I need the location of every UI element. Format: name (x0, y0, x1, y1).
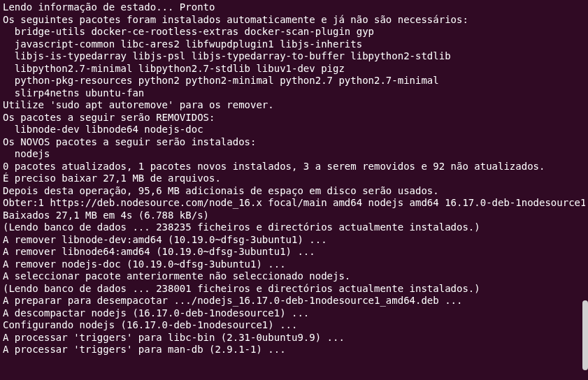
terminal-line: bridge-utils docker-ce-rootless-extras d… (3, 26, 585, 38)
terminal-line: python-pkg-resources python2 python2-min… (3, 75, 585, 87)
terminal-line: A seleccionar pacote anteriormente não s… (3, 270, 585, 283)
terminal-line: Os NOVOS pacotes a seguir serão instalad… (3, 136, 585, 149)
terminal-line: slirp4netns ubuntu-fan (3, 87, 585, 100)
scrollbar-track[interactable] (581, 0, 588, 380)
terminal-line: Utilize 'sudo apt autoremove' para os re… (3, 99, 585, 112)
terminal-line: libnode-dev libnode64 nodejs-doc (3, 124, 585, 136)
terminal-line: Obter:1 https://deb.nodesource.com/node_… (3, 197, 585, 210)
terminal-line: 0 pacotes atualizados, 1 pacotes novos i… (3, 161, 585, 173)
terminal-line: nodejs (3, 148, 585, 161)
terminal-line: libpython2.7-minimal libpython2.7-stdlib… (3, 63, 585, 75)
terminal-line: libjs-is-typedarray libjs-psl libjs-type… (3, 50, 585, 63)
scrollbar-thumb[interactable] (582, 300, 588, 370)
terminal-line: (Lendo banco de dados ... 238235 ficheir… (3, 221, 585, 234)
terminal-line: (Lendo banco de dados ... 238001 ficheir… (3, 283, 585, 295)
terminal-line: A remover nodejs-doc (10.19.0~dfsg-3ubun… (3, 258, 585, 271)
terminal-line: Os seguintes pacotes foram instalados au… (3, 14, 585, 27)
terminal-line: A remover libnode64:amd64 (10.19.0~dfsg-… (3, 246, 585, 258)
terminal-line: A processar 'triggers' para man-db (2.9.… (3, 344, 585, 356)
terminal-line: Lendo informação de estado... Pronto (3, 1, 585, 14)
terminal-line: Configurando nodejs (16.17.0-deb-1nodeso… (3, 319, 585, 332)
terminal-line: A processar 'triggers' para libc-bin (2.… (3, 332, 585, 344)
terminal-line: É preciso baixar 27,1 MB de arquivos. (3, 173, 585, 185)
terminal-line: A preparar para desempacotar .../nodejs_… (3, 295, 585, 307)
terminal-line: Os pacotes a seguir serão REMOVIDOS: (3, 112, 585, 124)
terminal-output[interactable]: Lendo informação de estado... ProntoOs s… (3, 1, 585, 379)
terminal-line: Baixados 27,1 MB em 4s (6.788 kB/s) (3, 210, 585, 222)
terminal-line: Depois desta operação, 95,6 MB adicionai… (3, 185, 585, 198)
terminal-line: A descompactar nodejs (16.17.0-deb-1node… (3, 307, 585, 320)
terminal-line: javascript-common libc-ares2 libfwupdplu… (3, 38, 585, 51)
terminal-line: A remover libnode-dev:amd64 (10.19.0~dfs… (3, 234, 585, 247)
